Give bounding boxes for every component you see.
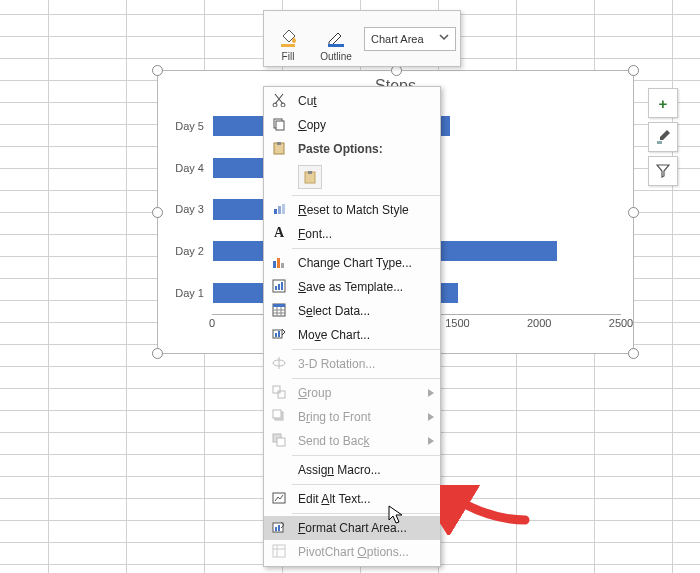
- save-template-icon: [270, 277, 288, 295]
- chart-element-picker[interactable]: Chart Area: [364, 27, 456, 51]
- ctx-format-chart-area[interactable]: Format Chart Area...: [264, 516, 440, 540]
- svg-rect-13: [282, 204, 285, 214]
- fill-button[interactable]: Fill: [264, 11, 312, 66]
- svg-rect-37: [273, 545, 285, 557]
- x-tick-label: 1500: [445, 317, 469, 329]
- ctx-copy[interactable]: Copy: [264, 113, 440, 137]
- ctx-save-template-label: Save as Template...: [298, 280, 403, 294]
- resize-handle-tl[interactable]: [152, 65, 163, 76]
- svg-rect-15: [277, 258, 280, 268]
- send-back-icon: [270, 431, 288, 449]
- font-a-icon: A: [270, 224, 288, 242]
- separator: [292, 195, 440, 196]
- ctx-reset-match-label: Reset to Match Style: [298, 203, 409, 217]
- context-menu: Cut Copy Paste Options: Reset to Match S…: [263, 86, 441, 567]
- pivot-options-icon: [270, 542, 288, 560]
- category-label: Day 2: [164, 245, 204, 257]
- ctx-send-back: Send to Back: [264, 429, 440, 453]
- x-tick-label: 2000: [527, 317, 551, 329]
- svg-rect-14: [273, 261, 276, 268]
- svg-rect-16: [281, 263, 284, 268]
- ctx-edit-alt-text-label: Edit Alt Text...: [298, 492, 371, 506]
- chart-elements-button[interactable]: +: [648, 88, 678, 118]
- ctx-change-chart-type[interactable]: Change Chart Type...: [264, 251, 440, 275]
- svg-rect-30: [273, 410, 281, 418]
- ctx-paste-options-heading: Paste Options:: [264, 137, 440, 161]
- chart-filters-button[interactable]: [648, 156, 678, 186]
- funnel-icon: [656, 164, 670, 178]
- fill-bucket-icon: [277, 26, 299, 48]
- ctx-paste-option-default[interactable]: [264, 161, 440, 193]
- ctx-select-data[interactable]: Select Data...: [264, 299, 440, 323]
- category-label: Day 3: [164, 203, 204, 215]
- resize-handle-mr[interactable]: [628, 207, 639, 218]
- x-tick-label: 0: [209, 317, 215, 329]
- svg-rect-19: [278, 284, 280, 290]
- svg-rect-36: [278, 525, 280, 531]
- brush-icon: [655, 129, 671, 145]
- submenu-arrow-icon: [428, 389, 434, 397]
- ctx-font-label: Font...: [298, 227, 332, 241]
- ctx-select-data-label: Select Data...: [298, 304, 370, 318]
- separator: [292, 349, 440, 350]
- chart-type-icon: [270, 253, 288, 271]
- ctx-group-label: Group: [298, 386, 331, 400]
- ctx-3d-rotation-label: 3-D Rotation...: [298, 357, 375, 371]
- ctx-pivotchart-options: PivotChart Options...: [264, 540, 440, 564]
- ctx-reset-match[interactable]: Reset to Match Style: [264, 198, 440, 222]
- reset-icon: [270, 200, 288, 218]
- svg-rect-25: [278, 331, 280, 337]
- ctx-save-template[interactable]: Save as Template...: [264, 275, 440, 299]
- svg-rect-28: [278, 391, 285, 398]
- paste-clipboard-icon: [298, 165, 322, 189]
- resize-handle-br[interactable]: [628, 348, 639, 359]
- rotate-3d-icon: [270, 354, 288, 372]
- svg-rect-24: [275, 333, 277, 337]
- paste-icon: [270, 139, 288, 157]
- ctx-paste-options-label: Paste Options:: [298, 142, 383, 156]
- ctx-move-chart-label: Move Chart...: [298, 328, 370, 342]
- svg-rect-10: [308, 171, 312, 174]
- ctx-bring-front-label: Bring to Front: [298, 410, 371, 424]
- resize-handle-ml[interactable]: [152, 207, 163, 218]
- resize-handle-tr[interactable]: [628, 65, 639, 76]
- ctx-format-chart-area-label: Format Chart Area...: [298, 521, 407, 535]
- svg-rect-0: [657, 141, 662, 144]
- svg-rect-22: [273, 304, 285, 307]
- ctx-cut[interactable]: Cut: [264, 89, 440, 113]
- select-data-icon: [270, 301, 288, 319]
- group-icon: [270, 383, 288, 401]
- ctx-assign-macro-label: Assign Macro...: [298, 463, 381, 477]
- resize-handle-bl[interactable]: [152, 348, 163, 359]
- fill-label: Fill: [282, 51, 295, 62]
- outline-button[interactable]: Outline: [312, 11, 360, 66]
- outline-pen-icon: [325, 26, 347, 48]
- ctx-bring-front: Bring to Front: [264, 405, 440, 429]
- separator: [292, 378, 440, 379]
- svg-rect-6: [276, 121, 284, 130]
- svg-rect-27: [273, 386, 280, 393]
- svg-rect-18: [275, 286, 277, 290]
- ctx-send-back-label: Send to Back: [298, 434, 369, 448]
- svg-rect-11: [274, 209, 277, 214]
- separator: [292, 513, 440, 514]
- separator: [292, 248, 440, 249]
- ctx-font[interactable]: A Font...: [264, 222, 440, 246]
- ctx-pivotchart-options-label: PivotChart Options...: [298, 545, 409, 559]
- category-label: Day 1: [164, 287, 204, 299]
- cut-icon: [270, 91, 288, 109]
- chart-styles-button[interactable]: [648, 122, 678, 152]
- alt-text-icon: [270, 489, 288, 507]
- chevron-down-icon: [439, 32, 449, 44]
- svg-rect-32: [277, 438, 285, 446]
- ctx-group: Group: [264, 381, 440, 405]
- ctx-assign-macro[interactable]: Assign Macro...: [264, 458, 440, 482]
- svg-rect-20: [281, 282, 283, 290]
- ctx-move-chart[interactable]: Move Chart...: [264, 323, 440, 347]
- ctx-change-chart-type-label: Change Chart Type...: [298, 256, 412, 270]
- plus-icon: +: [659, 95, 668, 112]
- ctx-edit-alt-text[interactable]: Edit Alt Text...: [264, 487, 440, 511]
- svg-rect-23: [273, 330, 282, 338]
- move-chart-icon: [270, 325, 288, 343]
- ctx-copy-label: Copy: [298, 118, 326, 132]
